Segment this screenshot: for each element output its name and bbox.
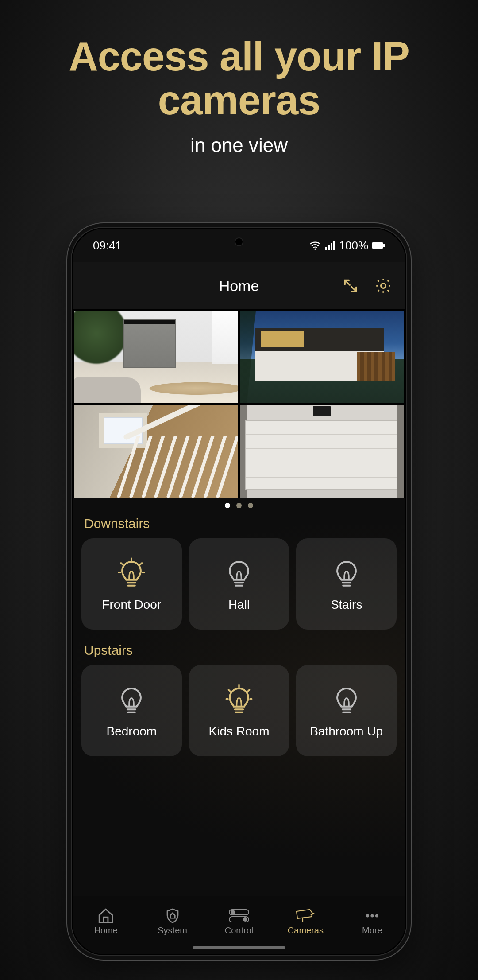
bulb-off-icon [224, 556, 254, 590]
camera-icon [295, 908, 316, 924]
svg-rect-3 [331, 243, 332, 250]
home-indicator [193, 946, 285, 949]
phone-frame: 09:41 [66, 222, 412, 961]
light-card[interactable]: Kids Room [189, 665, 289, 756]
phone-screen: 09:41 [73, 229, 405, 954]
light-card[interactable]: Stairs [296, 538, 397, 630]
tab-label: System [158, 926, 187, 936]
bulb-on-icon [116, 556, 147, 590]
pager-dot[interactable] [236, 503, 242, 508]
tab-shield[interactable]: System [139, 896, 205, 954]
svg-rect-4 [333, 241, 335, 250]
light-card-label: Bathroom Up [310, 724, 383, 739]
home-icon [97, 908, 115, 924]
svg-point-14 [375, 914, 378, 917]
pager-dot[interactable] [225, 503, 230, 508]
tab-label: Home [94, 926, 118, 936]
tab-label: Control [225, 926, 253, 936]
camera-grid [73, 309, 405, 498]
hero-subhead: in one view [0, 134, 478, 156]
section-label: Downstairs [73, 513, 405, 538]
toggle-icon [228, 908, 250, 924]
battery-text: 100% [339, 239, 369, 253]
content-area: DownstairsFront DoorHallStairsUpstairsBe… [73, 309, 405, 896]
light-card-label: Kids Room [209, 724, 270, 739]
bulb-off-icon [331, 683, 362, 716]
svg-point-0 [314, 248, 316, 250]
wifi-icon [309, 241, 321, 250]
light-card[interactable]: Bedroom [81, 665, 182, 756]
camera-tile-stairs[interactable] [74, 405, 238, 497]
status-right: 100% [309, 239, 385, 253]
hero-headline: Access all your IP cameras [0, 35, 478, 123]
bulb-off-icon [116, 683, 147, 716]
page-title: Home [219, 277, 259, 295]
pager-dot[interactable] [248, 503, 253, 508]
light-card[interactable]: Hall [189, 538, 289, 630]
light-card[interactable]: Front Door [81, 538, 182, 630]
tab-camera[interactable]: Cameras [272, 896, 339, 954]
svg-rect-1 [325, 247, 327, 250]
tab-label: Cameras [288, 926, 324, 936]
light-card-label: Hall [228, 598, 250, 612]
tab-toggle[interactable]: Control [206, 896, 272, 954]
status-time: 09:41 [93, 239, 122, 253]
svg-point-11 [243, 918, 247, 921]
app-header: Home [73, 262, 405, 309]
camera-tile-front-exterior[interactable] [240, 311, 404, 403]
cell-signal-icon [325, 241, 335, 250]
svg-rect-2 [328, 245, 330, 250]
svg-point-13 [370, 914, 374, 917]
card-row: BedroomKids RoomBathroom Up [73, 665, 405, 766]
svg-rect-6 [383, 244, 385, 247]
light-card-label: Bedroom [107, 724, 157, 739]
camera-tile-garage[interactable] [240, 405, 404, 497]
hero: Access all your IP cameras in one view [0, 35, 478, 156]
light-card[interactable]: Bathroom Up [296, 665, 397, 756]
settings-button[interactable] [374, 276, 393, 296]
svg-point-7 [381, 284, 386, 288]
svg-point-12 [366, 914, 369, 917]
bulb-off-icon [331, 556, 362, 590]
battery-icon [372, 241, 385, 249]
tab-more[interactable]: More [339, 896, 405, 954]
expand-button[interactable] [341, 276, 360, 296]
tab-label: More [362, 926, 382, 936]
more-icon [363, 908, 381, 924]
section-label: Upstairs [73, 639, 405, 665]
svg-rect-5 [372, 242, 383, 249]
bulb-on-icon [224, 683, 254, 716]
svg-point-9 [231, 910, 235, 914]
punch-hole-camera [235, 237, 243, 246]
card-row: Front DoorHallStairs [73, 538, 405, 639]
light-card-label: Stairs [331, 598, 362, 612]
camera-tile-living-room[interactable] [74, 311, 238, 403]
shield-icon [164, 908, 181, 924]
light-card-label: Front Door [102, 598, 161, 612]
tab-bar: HomeSystemControlCamerasMore [73, 896, 405, 954]
tab-home[interactable]: Home [73, 896, 139, 954]
camera-pager[interactable] [73, 498, 405, 513]
